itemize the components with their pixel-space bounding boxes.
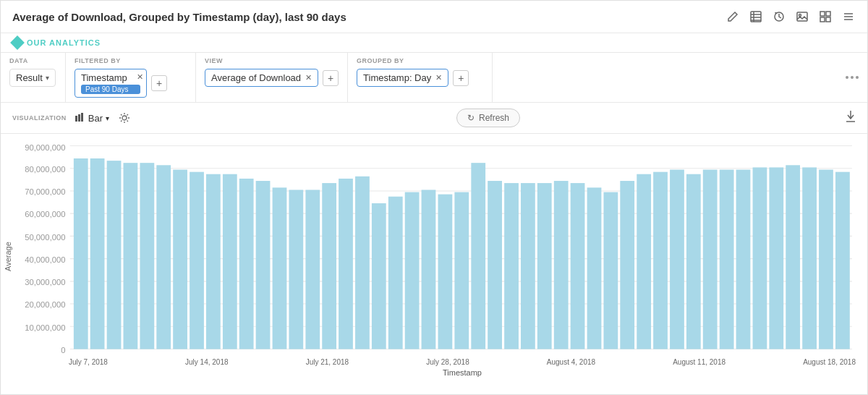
bar[interactable] (355, 177, 370, 349)
menu-icon[interactable] (841, 9, 856, 24)
bar[interactable] (769, 167, 783, 349)
table-icon[interactable] (749, 9, 763, 24)
brand-logo[interactable]: OUR ANALYTICS (12, 38, 101, 48)
refresh-button[interactable]: ↻ Refresh (456, 109, 520, 127)
groupby-tag-text: Timestamp: Day (363, 72, 431, 83)
bar[interactable] (74, 158, 88, 349)
bar[interactable] (587, 187, 602, 349)
svg-point-18 (122, 116, 127, 120)
svg-rect-15 (75, 116, 77, 122)
bar[interactable] (537, 183, 552, 349)
dot-icon (851, 76, 854, 79)
bar[interactable] (305, 190, 320, 349)
filter-remove-icon[interactable]: ✕ (137, 72, 143, 82)
bar[interactable] (223, 174, 237, 349)
bar[interactable] (388, 197, 403, 349)
grouped-by-section: GROUPED BY Timestamp: Day ✕ + (348, 53, 493, 102)
bar[interactable] (670, 170, 684, 349)
options-dots-button[interactable] (846, 76, 859, 79)
bar[interactable] (90, 158, 105, 349)
bar[interactable] (273, 187, 287, 349)
add-view-button[interactable]: + (323, 70, 339, 86)
page-wrapper: Average of Download, Grouped by Timestam… (0, 0, 868, 395)
viz-left: VISUALIZATION Bar ▾ (12, 111, 131, 124)
bar[interactable] (454, 192, 469, 349)
x-tick-7: August 18, 2018 (803, 358, 856, 366)
bar[interactable] (471, 163, 485, 349)
bar[interactable] (256, 181, 271, 349)
bar[interactable] (802, 167, 817, 349)
grid-icon[interactable] (818, 9, 833, 24)
header-icons (726, 9, 856, 24)
bar[interactable] (140, 163, 154, 349)
bar[interactable] (438, 195, 453, 349)
svg-rect-17 (81, 113, 83, 122)
filtered-by-label: FILTERED BY (75, 57, 187, 64)
brand-bar: OUR ANALYTICS (1, 33, 867, 53)
bar[interactable] (736, 170, 751, 349)
filter-sub-text: Past 90 Days (81, 85, 140, 94)
bar[interactable] (620, 181, 634, 349)
grouped-by-label: GROUPED BY (357, 57, 483, 64)
groupby-tag[interactable]: Timestamp: Day ✕ (357, 69, 448, 87)
bar[interactable] (322, 183, 336, 349)
x-axis-labels: July 7, 2018 July 14, 2018 July 21, 2018… (18, 357, 856, 366)
bar[interactable] (571, 183, 585, 349)
bar[interactable] (405, 192, 420, 349)
x-tick-6: August 11, 2018 (673, 358, 726, 366)
download-icon[interactable] (846, 110, 856, 126)
bar-chart-icon (75, 113, 85, 124)
bar[interactable] (289, 190, 303, 349)
filtered-by-content: Timestamp Past 90 Days ✕ + (75, 69, 187, 98)
bar[interactable] (686, 174, 701, 349)
view-content: Average of Download ✕ + (205, 69, 339, 87)
chart-svg-wrapper: 0 10,000,000 20,000,000 30,000,000 40,00… (18, 138, 856, 357)
bar[interactable] (339, 179, 353, 349)
dot-icon (846, 76, 848, 79)
filter-tag[interactable]: Timestamp Past 90 Days ✕ (75, 69, 147, 98)
bar[interactable] (173, 170, 187, 349)
bar[interactable] (819, 170, 833, 349)
dropdown-arrow-icon: ▾ (46, 74, 49, 82)
bar[interactable] (190, 172, 204, 349)
bar[interactable] (835, 172, 850, 349)
bar[interactable] (107, 161, 122, 349)
bar[interactable] (239, 179, 254, 349)
view-tag[interactable]: Average of Download ✕ (205, 69, 318, 87)
svg-text:0: 0 (61, 346, 65, 354)
bar[interactable] (521, 183, 535, 349)
bar[interactable] (554, 181, 569, 349)
bar[interactable] (372, 203, 386, 349)
bar[interactable] (488, 181, 502, 349)
bar[interactable] (422, 190, 436, 349)
viz-settings-icon[interactable] (118, 111, 131, 124)
refresh-icon: ↻ (467, 113, 475, 123)
svg-text:60,000,000: 60,000,000 (25, 210, 65, 218)
viz-type-label: Bar (88, 113, 103, 124)
bar[interactable] (603, 192, 618, 349)
bar[interactable] (156, 165, 171, 349)
image-icon[interactable] (795, 9, 809, 24)
bar[interactable] (703, 170, 718, 349)
viz-bar-button[interactable]: Bar ▾ (75, 113, 109, 124)
result-dropdown[interactable]: Result ▾ (9, 69, 56, 87)
bar[interactable] (637, 174, 651, 349)
x-tick-4: July 28, 2018 (426, 358, 469, 366)
groupby-tag-remove-icon[interactable]: ✕ (435, 73, 442, 82)
bar[interactable] (206, 174, 221, 349)
edit-icon[interactable] (726, 9, 740, 24)
bar[interactable] (786, 165, 800, 349)
view-tag-remove-icon[interactable]: ✕ (305, 73, 312, 82)
bar[interactable] (504, 183, 519, 349)
viz-label: VISUALIZATION (12, 114, 67, 122)
add-groupby-button[interactable]: + (453, 70, 469, 86)
bar[interactable] (753, 167, 767, 349)
history-icon[interactable] (772, 9, 786, 24)
header: Average of Download, Grouped by Timestam… (1, 1, 867, 33)
add-filter-button[interactable]: + (151, 75, 167, 91)
viz-section: VISUALIZATION Bar ▾ ↻ (1, 103, 867, 134)
svg-text:30,000,000: 30,000,000 (25, 278, 65, 286)
bar[interactable] (124, 163, 138, 349)
bar[interactable] (653, 172, 668, 349)
bar[interactable] (720, 170, 734, 349)
